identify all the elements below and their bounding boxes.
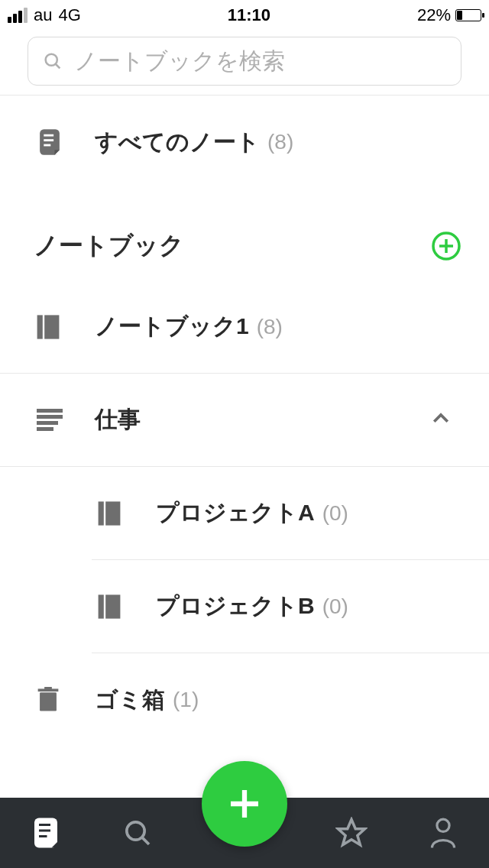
svg-rect-15	[37, 421, 58, 425]
all-notes-count: (8)	[267, 130, 293, 154]
svg-rect-20	[105, 594, 120, 618]
stack-label: 仕事	[95, 404, 141, 436]
child-notebook-label: プロジェクトA	[156, 497, 315, 529]
child-notebook-count: (0)	[322, 594, 348, 619]
svg-marker-31	[338, 820, 365, 845]
notebook-icon	[37, 313, 63, 341]
svg-rect-25	[39, 824, 50, 826]
search-field[interactable]	[28, 37, 461, 86]
new-note-fab[interactable]	[202, 761, 287, 847]
svg-rect-3	[44, 134, 53, 137]
notebook-icon	[98, 593, 124, 620]
svg-point-0	[46, 54, 57, 66]
tab-search[interactable]	[115, 818, 160, 848]
svg-point-29	[127, 822, 144, 840]
svg-rect-4	[44, 139, 53, 141]
trash-count: (1)	[173, 688, 199, 712]
trash-icon	[37, 687, 63, 713]
svg-rect-26	[39, 830, 50, 832]
svg-rect-14	[37, 415, 63, 419]
notebook-count: (8)	[257, 315, 283, 339]
child-notebook-item[interactable]: プロジェクトA (0)	[92, 467, 489, 560]
carrier-label: au	[34, 5, 52, 25]
svg-rect-13	[37, 409, 63, 413]
svg-rect-19	[99, 594, 104, 618]
svg-rect-24	[34, 818, 57, 848]
status-left: au 4G	[8, 5, 81, 25]
battery-percent: 22%	[417, 5, 451, 25]
status-right: 22%	[417, 5, 481, 25]
notebook-label: ノートブック1	[95, 311, 249, 342]
search-container	[0, 31, 489, 96]
svg-rect-12	[44, 315, 59, 338]
svg-rect-21	[40, 692, 57, 711]
svg-line-1	[56, 64, 60, 69]
svg-rect-11	[37, 315, 43, 338]
notebook-icon	[98, 500, 124, 527]
child-notebook-count: (0)	[322, 501, 348, 526]
tab-notes[interactable]	[23, 817, 69, 849]
plus-icon	[224, 783, 265, 824]
all-notes-label: すべてのノート	[95, 127, 260, 158]
chevron-up-icon	[429, 407, 452, 433]
search-input[interactable]	[74, 48, 447, 74]
notebook-item[interactable]: ノートブック1 (8)	[0, 280, 489, 374]
notebooks-section-title: ノートブック	[34, 229, 184, 263]
signal-icon	[8, 8, 28, 23]
svg-rect-5	[44, 144, 50, 147]
trash-label: ゴミ箱	[95, 685, 165, 716]
svg-rect-18	[105, 501, 120, 525]
tab-account[interactable]	[420, 817, 466, 849]
tab-shortcuts[interactable]	[329, 817, 374, 849]
note-icon	[37, 128, 63, 156]
svg-rect-16	[37, 427, 53, 431]
svg-rect-23	[44, 687, 52, 690]
svg-rect-17	[99, 501, 104, 525]
svg-line-30	[142, 837, 149, 844]
status-time: 11:10	[228, 5, 270, 25]
svg-point-32	[437, 819, 449, 831]
network-label: 4G	[58, 5, 80, 25]
notebook-stack[interactable]: 仕事	[0, 374, 489, 467]
search-icon	[42, 50, 63, 72]
svg-rect-27	[39, 835, 47, 837]
child-notebook-label: プロジェクトB	[156, 591, 315, 622]
add-notebook-button[interactable]	[431, 231, 461, 261]
all-notes-row[interactable]: すべてのノート (8)	[0, 96, 489, 189]
notebooks-section-header: ノートブック	[0, 212, 489, 280]
battery-icon	[455, 9, 481, 21]
status-bar: au 4G 11:10 22%	[0, 0, 489, 31]
trash-row[interactable]: ゴミ箱 (1)	[0, 653, 489, 747]
child-notebook-item[interactable]: プロジェクトB (0)	[92, 560, 489, 653]
stack-icon	[37, 409, 63, 432]
